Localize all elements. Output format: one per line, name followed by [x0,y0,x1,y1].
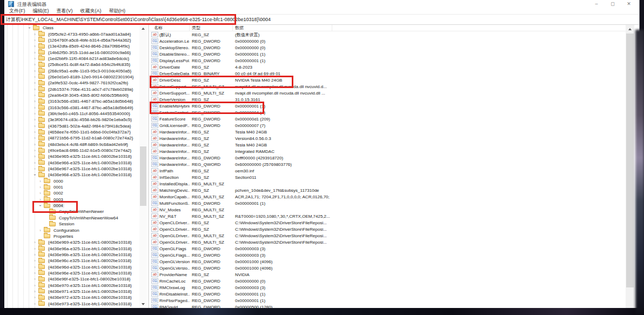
chevron-collapsed-icon[interactable]: › [32,154,37,159]
tree-item[interactable]: ›{36fc9e60-c465-11cf-8056-444553540000} [4,111,147,117]
registry-value-row[interactable]: abDriverDescREG_SZNVIDIA Tesla M40 24GB [150,77,626,83]
chevron-collapsed-icon[interactable]: › [32,265,37,270]
tree-item[interactable]: ›{4d36e96e-e325-11ce-bfc1-08002be10318} [4,270,147,276]
tree-item[interactable]: ›{4d36e972-e325-11ce-bfc1-08002be10318} [4,294,147,300]
chevron-collapsed-icon[interactable]: › [38,191,43,196]
chevron-collapsed-icon[interactable]: › [32,62,37,67]
tree-item[interactable]: ›{2ea9b43f-3045-43b5-80f2-fd06c55fbb90} [4,92,147,98]
registry-value-row[interactable]: abHardwareInfor...REG_SZTesla M40 24GB [150,142,626,148]
menu-item[interactable]: 帮助(H) [105,8,130,14]
tree-item[interactable]: ›{4d36e965-e325-11ce-bfc1-08002be10318} [4,153,147,159]
chevron-collapsed-icon[interactable]: › [32,295,37,300]
tree-item[interactable]: ›{1264760f-a5c8-4bfe-b314-d56a7b44a362} [4,37,147,43]
registry-value-row[interactable]: 011MultiFunctionS...REG_DWORD0x00000001 … [150,200,626,206]
chevron-collapsed-icon[interactable]: › [32,271,37,276]
chevron-collapsed-icon[interactable]: › [32,301,37,306]
chevron-collapsed-icon[interactable]: › [32,44,37,49]
tree-item[interactable]: ›{3163c566-d381-4467-87bc-a65a18d5b649} [4,104,147,110]
registry-value-row[interactable]: 011OpenGLFlags...REG_DWORD0x00000003 (3) [150,252,626,258]
registry-value-row[interactable]: abNV_ModesREG_MULTI_SZ [150,206,626,213]
registry-value-row[interactable]: abInfSectionREG_SZSection011 [150,174,626,180]
registry-value-row[interactable]: abHardwareInfor...REG_SZIntegrated RAMDA… [150,148,626,155]
chevron-collapsed-icon[interactable]: › [32,289,37,294]
registry-value-row[interactable]: 011DriverDateDataREG_BINARY00 c0 d4 0f a… [150,70,626,77]
tree-item[interactable]: ›{4d36e969-e325-11ce-bfc1-08002be10318} [4,239,147,245]
chevron-collapsed-icon[interactable]: › [32,69,37,73]
tree-item[interactable]: CopyToVmWhenNewer [4,209,147,215]
tree-item[interactable]: ›0002 [4,190,147,196]
registry-value-row[interactable]: 011HardwareInfor...REG_QWORD0x600000000 … [150,161,626,167]
registry-value-row[interactable]: abOpenGLDriver...REG_MULTI_SZC:\Windows\… [150,232,626,239]
registry-value-row[interactable]: abProviderNameREG_SZNVIDIA [150,271,626,278]
chevron-collapsed-icon[interactable]: › [32,93,37,98]
tree-item[interactable]: ›{26e0d1e0-8189-12e0-9914-080022301904} [4,74,147,80]
registry-value-row[interactable]: 011OpenGLVersio...REG_DWORD0x00001000 (4… [150,265,626,271]
tree-item[interactable]: ›{13e42dfa-85d9-424d-8646-28a70f864f9c} [4,43,147,49]
chevron-collapsed-icon[interactable]: › [32,99,37,104]
tree-item[interactable]: ›{4d36e96a-e325-11ce-bfc1-08002be10318} [4,245,147,251]
tree-item[interactable]: ›{1ed2bbf9-11f0-4084-b21f-ad83a8e6dcdc} [4,56,147,62]
registry-value-row[interactable]: 011DesktopStereo...REG_DWORD0x00000000 (… [150,44,626,51]
chevron-collapsed-icon[interactable]: › [32,124,37,129]
registry-value-row[interactable]: 011OpenGLVersionREG_DWORD0x00001000 (409… [150,258,626,265]
registry-value-row[interactable]: abDriverSupport...REG_MULTI_SZnvapi.dll … [150,90,626,96]
registry-value-row[interactable]: 011DisplayLessPol...REG_DWORD0x00000001 … [150,57,626,64]
registry-value-row[interactable]: ab(默认)REG_SZ(数值未设置) [150,31,626,38]
tree-item[interactable]: ›0001 [4,184,147,190]
registry-value-row[interactable]: abDriverDateREG_SZ4-8-2023 [150,64,626,70]
chevron-collapsed-icon[interactable]: › [38,179,43,184]
chevron-collapsed-icon[interactable]: › [32,50,37,55]
tree-item[interactable]: ›{4d36e96f-e325-11ce-bfc1-08002be10318} [4,276,147,282]
tree-item[interactable]: ›{4d36e967-e325-11ce-bfc1-08002be10318} [4,166,147,172]
chevron-collapsed-icon[interactable]: › [32,246,37,251]
tree-item[interactable]: CopyToVmWhenNewerWow64 [4,215,147,221]
chevron-collapsed-icon[interactable]: › [32,75,37,79]
registry-value-row[interactable]: 011RMGpuIdREG_DWORD0x00000500 (1280) [150,304,626,308]
menu-item[interactable]: 编辑(E) [29,8,53,14]
chevron-collapsed-icon[interactable]: › [32,277,37,282]
tree-item[interactable]: ›{4d36e966-e325-11ce-bfc1-08002be10318} [4,160,147,166]
tree-item[interactable]: ›0000 [4,178,147,184]
registry-value-row[interactable]: abNV_R&TREG_MULTI_SZR&T0000=1920,1080,*,… [150,213,626,219]
registry-value-row[interactable]: abOpenGLDriver...REG_MULTI_SZC:\Windows\… [150,239,626,245]
chevron-collapsed-icon[interactable]: › [32,258,37,263]
scroll-up-icon[interactable] [139,25,147,32]
tree-item[interactable]: ›{4d36e971-e325-11ce-bfc1-08002be10318} [4,289,147,294]
menu-item[interactable]: 查看(V) [53,8,77,14]
tree-item[interactable]: Properties [4,233,147,239]
registry-value-row[interactable]: abHardwareInfor...REG_SZTesla M40 24GB [150,129,626,135]
registry-value-row[interactable]: 011FeatureScoreREG_DWORD0x000000d1 (209) [150,116,626,122]
tree-item[interactable]: ›{4d36e968-e325-11ce-bfc1-08002be10318} [4,172,147,178]
tree-item[interactable]: ›{2a9fe532-0cdc-44f9-9827-76192f2ca2fb} [4,80,147,86]
column-header-data[interactable]: 数据 [233,25,332,31]
tree-item[interactable]: ›{268c95a1-edfe-11d3-95c3-0010dc4050a5} [4,68,147,73]
registry-value-row[interactable]: 011Acceleration.Le...REG_DWORD0x00000000… [150,38,626,44]
values-scrollbar-thumb[interactable] [626,33,634,287]
tree-item[interactable]: ›0004 [4,203,147,209]
tree-item[interactable]: ›{4d36e96d-e325-11ce-bfc1-08002be10318} [4,264,147,270]
chevron-collapsed-icon[interactable]: › [32,117,37,122]
registry-value-row[interactable]: 011EnableMsHybridREG_DWORD0x00000001 (1) [150,103,626,109]
chevron-collapsed-icon[interactable]: › [38,185,43,190]
tree-item[interactable]: ›{43675d81-502a-4a82-9f84-b75f418c5dea} [4,123,147,129]
tree-item[interactable]: ›{14b62f50-3f15-11dd-ae16-0800200c9a66} [4,49,147,55]
registry-value-row[interactable]: 011RMCtxswLogREG_DWORD0x00000003 (3) [150,284,626,291]
chevron-collapsed-icon[interactable]: › [32,111,37,116]
pane-splitter[interactable] [148,25,149,308]
registry-value-row[interactable]: 011OpenGLFlagsREG_DWORD0x00000003 (3) [150,245,626,252]
registry-value-row[interactable]: 011RmFbsrPaged...REG_DWORD0x00000001 (1) [150,297,626,304]
chevron-collapsed-icon[interactable]: › [32,87,37,92]
tree-item[interactable]: ›{25dbce51-6c8f-4a72-8a6d-b54c2b4fc835} [4,62,147,68]
chevron-collapsed-icon[interactable]: › [38,197,43,202]
menu-item[interactable]: 收藏夹(A) [77,8,105,14]
address-input[interactable] [4,15,639,24]
tree-item[interactable]: ›{48721b56-6795-11d2-b1a8-0080c72e74a2} [4,135,147,141]
registry-value-row[interactable]: 011RmDisableInst...REG_DWORD0x00000001 (… [150,291,626,297]
registry-value-row[interactable]: abInfPathREG_SZoem30.inf [150,167,626,174]
chevron-collapsed-icon[interactable]: › [32,32,37,37]
chevron-collapsed-icon[interactable]: › [32,142,37,147]
chevron-expanded-icon[interactable]: › [32,172,37,177]
registry-value-row[interactable]: abOpenCLDriver...REG_SZC:\Windows\System… [150,219,626,226]
chevron-expanded-icon[interactable]: › [27,25,32,30]
tree-item[interactable]: ›{48d3ebc4-4cf8-48ff-b869-9c68ad42eb9f} [4,142,147,148]
